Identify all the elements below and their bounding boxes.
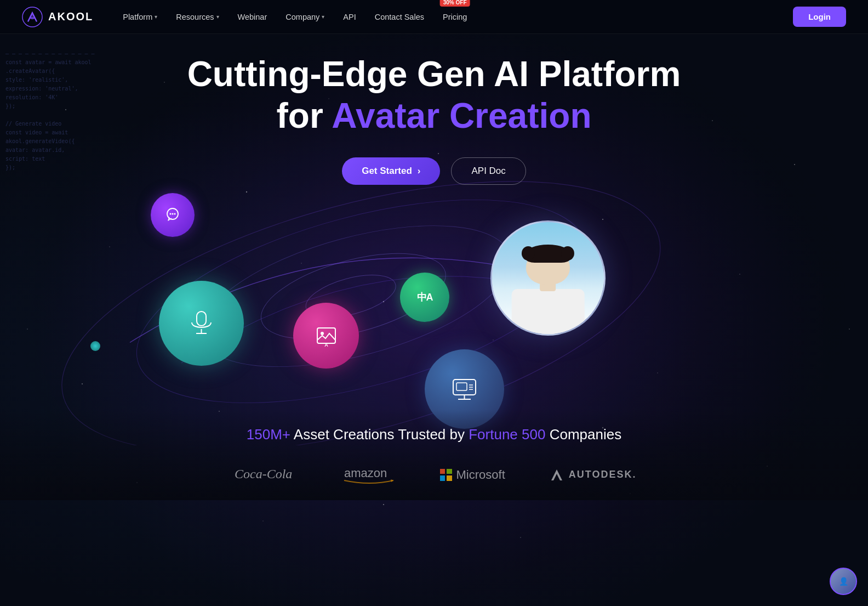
- image-icon: A: [314, 324, 339, 348]
- logo-icon: [22, 7, 43, 27]
- nav-company[interactable]: Company ▾: [278, 8, 332, 26]
- ms-sq-blue: [440, 475, 446, 481]
- trust-count: 150M+: [247, 426, 290, 443]
- arrow-right-icon: ›: [418, 166, 421, 177]
- hero-subtitle-gradient: Avatar Creation: [332, 96, 591, 135]
- fortune-500-text: Fortune 500: [469, 426, 545, 443]
- autodesk-icon: [549, 467, 564, 483]
- ms-sq-yellow: [447, 475, 452, 481]
- chat-icon: [164, 206, 181, 224]
- svg-point-41: [174, 213, 176, 215]
- navigation: AKOOL Platform ▾ Resources ▾ Webinar Com…: [0, 0, 868, 34]
- avatar-head: [526, 249, 570, 285]
- avatar-image: [492, 222, 604, 334]
- autodesk-wordmark: AUTODESK.: [569, 469, 637, 480]
- chevron-down-icon: ▾: [155, 14, 157, 20]
- svg-point-46: [321, 332, 324, 335]
- hero-section: — — — — — — — — — — — — — — const avatar…: [0, 0, 868, 606]
- get-started-button[interactable]: Get Started ›: [342, 157, 440, 185]
- nav-pricing-wrap: 30% OFF Pricing: [435, 8, 475, 26]
- ms-sq-red: [440, 469, 446, 474]
- svg-text:A: A: [324, 342, 328, 348]
- svg-point-40: [172, 213, 174, 215]
- hero-subtitle-plain: for: [277, 96, 332, 135]
- coca-cola-svg: Coca-Cola: [232, 461, 298, 485]
- planet-dot: [90, 341, 100, 351]
- nav-webinar[interactable]: Webinar: [230, 8, 275, 26]
- microsoft-wordmark: Microsoft: [456, 468, 505, 482]
- planet-pink: A: [293, 303, 359, 369]
- avatar-circle: [490, 220, 606, 336]
- logo-amazon: amazon: [341, 461, 396, 489]
- chevron-down-icon: ▾: [322, 14, 324, 20]
- microsoft-grid-icon: [440, 469, 452, 481]
- svg-rect-45: [317, 328, 335, 343]
- avatar-person-container: [512, 245, 585, 334]
- nav-contact-sales[interactable]: Contact Sales: [367, 8, 432, 26]
- trust-section: 150M+ Asset Creations Trusted by Fortune…: [0, 410, 868, 500]
- api-doc-button[interactable]: API Doc: [451, 157, 526, 185]
- planet-green: 中A: [400, 273, 449, 322]
- svg-point-1: [30, 14, 35, 20]
- svg-rect-51: [456, 383, 467, 390]
- trust-logos: Coca-Cola amazon Microsoft: [0, 461, 868, 489]
- svg-rect-42: [197, 312, 206, 326]
- logo-coca-cola: Coca-Cola: [232, 461, 298, 489]
- svg-text:amazon: amazon: [344, 466, 387, 480]
- hero-subtitle: for Avatar Creation: [187, 97, 681, 135]
- chat-avatar: 👤: [831, 569, 856, 594]
- nav-resources[interactable]: Resources ▾: [168, 8, 226, 26]
- screen-icon: [449, 374, 479, 404]
- nav-pricing[interactable]: Pricing: [435, 8, 475, 26]
- avatar-hair-left: [522, 246, 535, 260]
- avatar-body: [512, 289, 585, 334]
- translate-icon: 中A: [417, 291, 433, 304]
- amazon-svg: amazon: [341, 461, 396, 485]
- chat-person-icon: 👤: [839, 577, 848, 586]
- trust-title: 150M+ Asset Creations Trusted by Fortune…: [0, 426, 868, 443]
- avatar-hair-right: [561, 246, 574, 260]
- logo-microsoft: Microsoft: [440, 468, 505, 482]
- mic-icon: [186, 308, 216, 338]
- pricing-badge: 30% OFF: [440, 0, 470, 7]
- chevron-down-icon: ▾: [216, 14, 219, 20]
- chat-widget[interactable]: 👤: [830, 568, 857, 595]
- cta-row: Get Started › API Doc: [187, 157, 681, 185]
- hero-title: Cutting-Edge Gen AI Platform: [187, 55, 681, 93]
- svg-text:Coca-Cola: Coca-Cola: [235, 467, 292, 481]
- login-button[interactable]: Login: [793, 7, 846, 27]
- logo[interactable]: AKOOL: [22, 7, 93, 27]
- logo-wordmark: AKOOL: [48, 10, 93, 23]
- nav-right: Login: [793, 7, 846, 27]
- ms-sq-green: [447, 469, 452, 474]
- svg-point-39: [170, 213, 172, 215]
- logo-autodesk: AUTODESK.: [549, 467, 637, 483]
- planet-teal: [159, 281, 244, 366]
- nav-api[interactable]: API: [335, 8, 363, 26]
- hero-content: Cutting-Edge Gen AI Platform for Avatar …: [187, 34, 681, 201]
- nav-links: Platform ▾ Resources ▾ Webinar Company ▾…: [115, 8, 793, 26]
- nav-platform[interactable]: Platform ▾: [115, 8, 165, 26]
